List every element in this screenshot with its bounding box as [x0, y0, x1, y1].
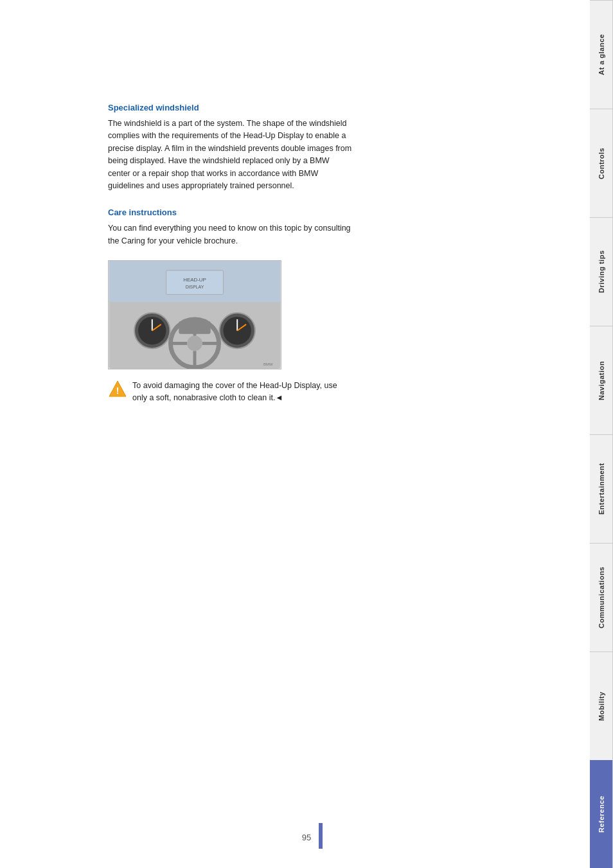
svg-text:DISPLAY: DISPLAY: [186, 285, 204, 289]
dashboard-image: HEAD-UP DISPLAY BMW: [108, 260, 281, 369]
care-instructions-body: You can find everything you need to know…: [108, 222, 352, 247]
page: Specialized windshield The windshield is…: [0, 0, 613, 868]
specialized-windshield-section: Specialized windshield The windshield is…: [108, 103, 551, 192]
side-tabs: At a glance Controls Driving tips Naviga…: [590, 0, 613, 868]
tab-at-a-glance[interactable]: At a glance: [590, 0, 613, 109]
care-instructions-heading: Care instructions: [108, 208, 551, 217]
specialized-windshield-body: The windshield is a part of the system. …: [108, 118, 352, 192]
page-accent-bar: [319, 823, 323, 849]
tab-reference[interactable]: Reference: [590, 760, 613, 868]
svg-point-4: [187, 336, 202, 351]
warning-text: To avoid damaging the cover of the Head-…: [132, 380, 352, 405]
tab-communications[interactable]: Communications: [590, 543, 613, 651]
svg-text:BMW: BMW: [263, 362, 273, 366]
tab-entertainment[interactable]: Entertainment: [590, 434, 613, 543]
tab-driving-tips[interactable]: Driving tips: [590, 217, 613, 326]
tab-controls[interactable]: Controls: [590, 109, 613, 217]
svg-text:HEAD-UP: HEAD-UP: [183, 277, 206, 283]
tab-navigation[interactable]: Navigation: [590, 326, 613, 434]
svg-text:!: !: [116, 385, 120, 396]
main-content: Specialized windshield The windshield is…: [0, 0, 590, 868]
page-number: 95: [302, 833, 311, 842]
warning-icon: !: [108, 380, 127, 399]
svg-rect-17: [179, 321, 210, 334]
tab-mobility[interactable]: Mobility: [590, 651, 613, 760]
specialized-windshield-heading: Specialized windshield: [108, 103, 551, 112]
warning-box: ! To avoid damaging the cover of the Hea…: [108, 380, 352, 405]
care-instructions-section: Care instructions You can find everythin…: [108, 208, 551, 405]
